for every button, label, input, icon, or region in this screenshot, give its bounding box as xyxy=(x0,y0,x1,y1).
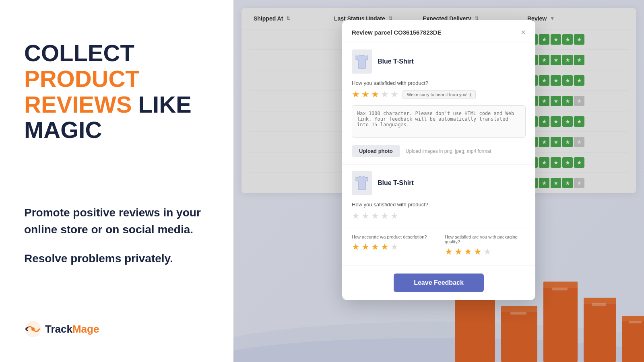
subtitle-line2: Resolve problems privately. xyxy=(24,250,209,267)
packaging-stars: ★ ★ ★ ★ ★ xyxy=(445,247,526,257)
pack-star-2[interactable]: ★ xyxy=(454,247,462,257)
desc-star-5[interactable]: ★ xyxy=(390,242,398,252)
tshirt-icon-2 xyxy=(355,175,368,191)
modal-parcel-id: CO361567823DE xyxy=(394,29,441,36)
logo-mage: Mage xyxy=(72,323,99,335)
modal-close-button[interactable]: × xyxy=(521,28,526,36)
product1-tooltip: We're sorry to hear it from you! :( xyxy=(402,90,476,99)
modal-overlay: Review parcel CO361567823DE × Blue T-Shi… xyxy=(233,0,644,362)
right-panel: Shipped At ⇅ Last Status Update ⇅ Expect… xyxy=(233,0,644,362)
desc-star-2[interactable]: ★ xyxy=(361,242,369,252)
leave-feedback-button[interactable]: Leave Feedback xyxy=(394,274,484,292)
product1-name: Blue T-Shirt xyxy=(378,58,414,65)
upload-photo-button[interactable]: Upload photo xyxy=(352,145,400,157)
product2-star-4[interactable]: ★ xyxy=(381,211,389,221)
product1-star-2[interactable]: ★ xyxy=(361,89,369,100)
logo-track: Track xyxy=(45,323,72,335)
product1-star-5[interactable]: ★ xyxy=(390,89,398,100)
product1-star-4[interactable]: ★ xyxy=(381,89,389,100)
product2-rating-label: How you satisfided with product? xyxy=(352,202,526,208)
packaging-label: How satisfied are you with packaging qua… xyxy=(445,234,526,244)
product1-stars: ★ ★ ★ ★ ★ We're sorry to hear it from yo… xyxy=(352,89,526,100)
modal-title: Review parcel CO361567823DE xyxy=(352,29,442,36)
trackmage-logo-icon xyxy=(24,320,42,338)
product2-star-1[interactable]: ★ xyxy=(352,211,360,221)
product1-row: Blue T-Shirt xyxy=(352,49,526,74)
logo-name: TrackMage xyxy=(45,323,99,335)
desc-star-4[interactable]: ★ xyxy=(381,242,389,252)
product1-star-3[interactable]: ★ xyxy=(371,89,379,100)
product1-section: Blue T-Shirt How you satisfided with pro… xyxy=(342,43,535,164)
product2-stars: ★ ★ ★ ★ ★ xyxy=(352,211,526,221)
product1-name-text: Blue T-Shirt xyxy=(378,58,414,65)
modal-title-prefix: Review parcel xyxy=(352,29,392,36)
product2-row: Blue T-Shirt xyxy=(352,171,526,195)
extra-ratings: How accurate wa product description? ★ ★… xyxy=(342,228,535,265)
review-modal: Review parcel CO361567823DE × Blue T-Shi… xyxy=(342,20,535,300)
product1-star-1[interactable]: ★ xyxy=(352,89,360,100)
packaging-rating: How satisfied are you with packaging qua… xyxy=(445,234,526,259)
left-panel: COLLECT PRODUCT REVIEWS LIKE MAGIC Promo… xyxy=(0,0,233,362)
product1-image xyxy=(352,49,372,74)
product2-star-2[interactable]: ★ xyxy=(361,211,369,221)
description-rating: How accurate wa product description? ★ ★… xyxy=(352,234,433,259)
description-stars: ★ ★ ★ ★ ★ xyxy=(352,242,433,252)
headline-text: COLLECT PRODUCT REVIEWS LIKE MAGIC xyxy=(24,40,209,143)
extra-ratings-row: How accurate wa product description? ★ ★… xyxy=(352,234,526,259)
pack-star-5[interactable]: ★ xyxy=(483,247,491,257)
desc-star-1[interactable]: ★ xyxy=(352,242,360,252)
modal-footer: Leave Feedback xyxy=(342,265,535,300)
upload-section: Upload photo Upload images in png, jpeg,… xyxy=(352,145,526,157)
product2-name: Blue T-Shirt xyxy=(378,179,414,187)
upload-hint: Upload images in png, jpeg, mp4 format xyxy=(406,148,491,154)
tshirt-icon xyxy=(355,54,368,69)
product2-star-5[interactable]: ★ xyxy=(390,211,398,221)
headline-product: PRODUCT xyxy=(24,66,140,92)
svg-point-1 xyxy=(31,327,35,331)
product2-name-text: Blue T-Shirt xyxy=(378,179,414,186)
subtitle-line1: Promote positive reviews in your online … xyxy=(24,204,209,238)
product2-star-3[interactable]: ★ xyxy=(371,211,379,221)
pack-star-1[interactable]: ★ xyxy=(445,247,453,257)
description-label: How accurate wa product description? xyxy=(352,234,433,239)
product2-section: Blue T-Shirt How you satisfided with pro… xyxy=(342,165,535,228)
product2-image xyxy=(352,171,372,195)
product1-rating-label: How you satisfided with product? xyxy=(352,80,526,86)
headline-collect: COLLECT xyxy=(24,40,134,66)
product1-feedback-textarea[interactable] xyxy=(352,105,526,138)
pack-star-3[interactable]: ★ xyxy=(464,247,472,257)
headline: COLLECT PRODUCT REVIEWS LIKE MAGIC xyxy=(24,40,209,143)
pack-star-4[interactable]: ★ xyxy=(474,247,482,257)
headline-reviews: REVIEWS xyxy=(24,91,132,117)
desc-star-3[interactable]: ★ xyxy=(371,242,379,252)
modal-header: Review parcel CO361567823DE × xyxy=(342,20,535,43)
trackmage-logo: TrackMage xyxy=(24,320,209,338)
subtitle: Promote positive reviews in your online … xyxy=(24,204,209,279)
